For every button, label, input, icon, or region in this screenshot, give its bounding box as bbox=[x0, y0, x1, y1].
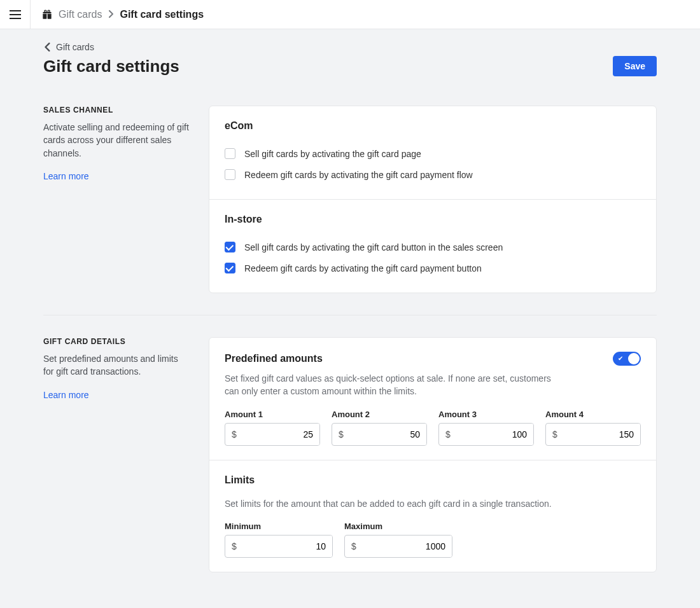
sales-channel-desc: Activate selling and redeeming of gift c… bbox=[43, 121, 190, 160]
hamburger-menu-icon[interactable] bbox=[10, 10, 21, 19]
back-label: Gift cards bbox=[56, 42, 94, 52]
ecom-sell-row: Sell gift cards by activating the gift c… bbox=[225, 143, 641, 164]
hamburger-wrap bbox=[0, 0, 31, 29]
currency-symbol: $ bbox=[225, 541, 243, 551]
ecom-title: eCom bbox=[225, 120, 641, 132]
min-input-wrap: $ bbox=[225, 535, 333, 558]
sales-channel-sidecol: SALES CHANNEL Activate selling and redee… bbox=[43, 106, 190, 293]
svg-point-4 bbox=[48, 10, 50, 12]
currency-symbol: $ bbox=[332, 429, 350, 439]
currency-symbol: $ bbox=[225, 429, 243, 439]
instore-sell-checkbox[interactable] bbox=[225, 242, 235, 252]
amount-1-input-wrap: $ bbox=[225, 423, 320, 446]
gift-icon bbox=[42, 10, 52, 20]
max-input[interactable] bbox=[363, 535, 452, 557]
limits-row: Minimum $ Maximum $ bbox=[225, 522, 641, 558]
min-input[interactable] bbox=[243, 535, 332, 557]
page: Gift cards Gift card settings Save SALES… bbox=[32, 29, 668, 598]
min-label: Minimum bbox=[225, 522, 333, 531]
svg-point-3 bbox=[45, 10, 46, 12]
amount-1-input[interactable] bbox=[243, 424, 319, 445]
amount-2-input-wrap: $ bbox=[332, 423, 427, 446]
amount-2-label: Amount 2 bbox=[332, 410, 427, 419]
instore-sell-label: Sell gift cards by activating the gift c… bbox=[244, 242, 503, 252]
details-card: Predefined amounts ✔ Set fixed gift card… bbox=[209, 337, 657, 572]
amount-4-input[interactable] bbox=[564, 424, 640, 445]
section-gift-card-details: GIFT CARD DETAILS Set predefined amounts… bbox=[43, 315, 657, 572]
ecom-redeem-label: Redeem gift cards by activating the gift… bbox=[244, 170, 473, 180]
section-sales-channel: SALES CHANNEL Activate selling and redee… bbox=[43, 106, 657, 293]
currency-symbol: $ bbox=[345, 541, 363, 551]
amount-1-label: Amount 1 bbox=[225, 410, 320, 419]
ecom-section: eCom Sell gift cards by activating the g… bbox=[209, 106, 656, 199]
instore-redeem-checkbox[interactable] bbox=[225, 263, 235, 273]
amount-3-input[interactable] bbox=[457, 424, 533, 445]
details-heading: GIFT CARD DETAILS bbox=[43, 337, 190, 346]
toggle-knob bbox=[628, 353, 640, 364]
svg-rect-1 bbox=[48, 13, 52, 18]
breadcrumb-parent[interactable]: Gift cards bbox=[59, 9, 102, 20]
chevron-left-icon bbox=[43, 43, 52, 52]
predefined-head: Predefined amounts ✔ bbox=[225, 352, 641, 366]
amount-3-field: Amount 3 $ bbox=[438, 410, 534, 446]
currency-symbol: $ bbox=[546, 429, 564, 439]
sales-channel-card: eCom Sell gift cards by activating the g… bbox=[209, 106, 657, 293]
instore-sell-row: Sell gift cards by activating the gift c… bbox=[225, 237, 641, 258]
amount-4-field: Amount 4 $ bbox=[545, 410, 641, 446]
amount-2-field: Amount 2 $ bbox=[332, 410, 427, 446]
min-field: Minimum $ bbox=[225, 522, 333, 558]
amount-3-label: Amount 3 bbox=[438, 410, 534, 419]
ecom-redeem-checkbox[interactable] bbox=[225, 169, 235, 180]
details-sidecol: GIFT CARD DETAILS Set predefined amounts… bbox=[43, 337, 190, 572]
svg-rect-0 bbox=[43, 13, 46, 18]
details-learn-more-link[interactable]: Learn more bbox=[43, 390, 89, 400]
amount-4-input-wrap: $ bbox=[545, 423, 641, 446]
breadcrumb-current: Gift card settings bbox=[120, 9, 204, 20]
max-label: Maximum bbox=[344, 522, 452, 531]
ecom-sell-checkbox[interactable] bbox=[225, 148, 235, 159]
svg-rect-2 bbox=[43, 12, 51, 13]
max-input-wrap: $ bbox=[344, 535, 452, 558]
ecom-redeem-row: Redeem gift cards by activating the gift… bbox=[225, 164, 641, 185]
amount-2-input[interactable] bbox=[350, 424, 426, 445]
instore-title: In-store bbox=[225, 214, 641, 225]
predefined-section: Predefined amounts ✔ Set fixed gift card… bbox=[209, 338, 656, 460]
ecom-sell-label: Sell gift cards by activating the gift c… bbox=[244, 149, 421, 159]
amount-3-input-wrap: $ bbox=[438, 423, 534, 446]
amount-1-field: Amount 1 $ bbox=[225, 410, 320, 446]
instore-redeem-row: Redeem gift cards by activating the gift… bbox=[225, 258, 641, 279]
page-title: Gift card settings bbox=[43, 57, 179, 76]
currency-symbol: $ bbox=[439, 429, 457, 439]
sales-channel-heading: SALES CHANNEL bbox=[43, 106, 190, 114]
limits-title: Limits bbox=[225, 474, 641, 486]
details-desc: Set predefined amounts and limits for gi… bbox=[43, 352, 190, 378]
amount-4-label: Amount 4 bbox=[545, 410, 641, 419]
instore-redeem-label: Redeem gift cards by activating the gift… bbox=[244, 263, 482, 273]
title-row: Gift card settings Save bbox=[43, 56, 657, 76]
back-link[interactable]: Gift cards bbox=[43, 42, 657, 52]
limits-desc: Set limits for the amount that can be ad… bbox=[225, 497, 556, 510]
breadcrumb: Gift cards Gift card settings bbox=[31, 9, 204, 20]
check-icon: ✔ bbox=[618, 356, 623, 362]
sales-channel-learn-more-link[interactable]: Learn more bbox=[43, 171, 89, 181]
save-button[interactable]: Save bbox=[613, 56, 657, 76]
predefined-toggle[interactable]: ✔ bbox=[613, 352, 641, 366]
amount-row: Amount 1 $ Amount 2 $ bbox=[225, 410, 641, 446]
instore-section: In-store Sell gift cards by activating t… bbox=[209, 199, 656, 293]
predefined-desc: Set fixed gift card values as quick-sele… bbox=[225, 372, 556, 398]
predefined-title: Predefined amounts bbox=[225, 353, 323, 364]
limits-section: Limits Set limits for the amount that ca… bbox=[209, 460, 656, 572]
top-bar: Gift cards Gift card settings bbox=[0, 0, 700, 29]
max-field: Maximum $ bbox=[344, 522, 452, 558]
chevron-right-icon bbox=[108, 9, 113, 20]
